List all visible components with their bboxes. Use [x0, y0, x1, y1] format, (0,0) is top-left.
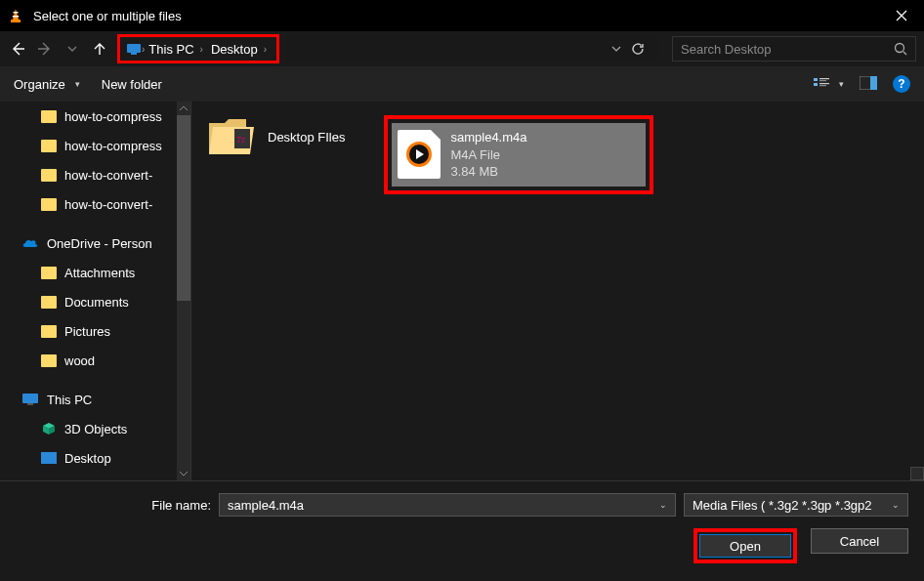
open-button-highlight: Open [693, 528, 797, 563]
refresh-icon[interactable] [631, 42, 645, 56]
file-size: 3.84 MB [450, 163, 526, 181]
svg-rect-14 [870, 76, 877, 90]
organize-button[interactable]: Organize ▾ [14, 77, 80, 92]
folder-name: Desktop FIles [268, 130, 345, 145]
address-highlight: › This PC › Desktop › [117, 34, 279, 63]
sidebar-item-onedrive[interactable]: OneDrive - Person [0, 228, 190, 258]
breadcrumb-root-label: This PC [148, 42, 193, 57]
new-folder-label: New folder [102, 77, 162, 92]
svg-point-6 [896, 44, 904, 53]
svg-rect-1 [14, 12, 19, 14]
list-item-label: Attachments [64, 266, 135, 280]
file-type: M4A File [450, 146, 526, 164]
svg-rect-10 [814, 83, 818, 86]
dialog-footer: File name: sample4.m4a ⌄ Media Files ( *… [0, 480, 924, 581]
nav-up[interactable] [90, 39, 109, 59]
search-placeholder: Search Desktop [681, 42, 894, 57]
close-button[interactable] [879, 0, 924, 31]
sidebar-item-desktop[interactable]: Desktop [0, 443, 190, 473]
folder-icon [41, 169, 57, 182]
folder-icon [41, 325, 57, 338]
media-file-icon [398, 130, 441, 179]
open-button[interactable]: Open [699, 534, 791, 558]
file-type-filter[interactable]: Media Files ( *.3g2 *.3gp *.3gp2 ⌄ [684, 493, 908, 517]
address-bar-remainder[interactable] [287, 36, 658, 62]
sidebar-scrollbar-thumb[interactable] [177, 115, 190, 301]
nav-recent-dropdown[interactable] [63, 39, 82, 59]
search-input[interactable]: Search Desktop [672, 36, 916, 62]
sidebar-item-pictures[interactable]: Pictures [0, 316, 190, 346]
filter-label: Media Files ( *.3g2 *.3gp *.3gp2 [693, 498, 872, 513]
cancel-label: Cancel [840, 534, 879, 549]
new-folder-button[interactable]: New folder [102, 77, 162, 92]
pc-icon [126, 43, 142, 55]
help-label: ? [898, 77, 904, 91]
sidebar-item-this-pc[interactable]: This PC [0, 385, 190, 414]
svg-rect-11 [819, 83, 829, 84]
list-item-label: Documents [64, 295, 129, 310]
folder-icon [41, 267, 57, 279]
nav-forward[interactable] [35, 39, 55, 59]
open-label: Open [730, 539, 761, 554]
arrow-up-icon [92, 41, 107, 57]
chevron-right-icon: › [264, 44, 267, 55]
list-item-label: how-to-convert- [64, 168, 152, 183]
list-item-label: how-to-convert- [64, 197, 152, 212]
list-item-label: how-to-compress [64, 109, 162, 124]
svg-rect-8 [819, 78, 829, 79]
list-item-label: how-to-compress [64, 139, 162, 153]
close-icon [896, 10, 907, 21]
titlebar: Select one or multiple files [0, 0, 924, 31]
svg-rect-9 [819, 80, 826, 81]
chevron-down-icon [67, 44, 77, 54]
view-options-button[interactable]: ▾ [814, 77, 844, 91]
svg-rect-17 [41, 452, 57, 464]
scroll-up-icon[interactable] [177, 102, 190, 115]
window-title: Select one or multiple files [33, 9, 879, 23]
filename-input[interactable]: sample4.m4a ⌄ [219, 493, 676, 517]
cancel-button[interactable]: Cancel [811, 528, 908, 554]
file-item[interactable]: sample4.m4a M4A File 3.84 MB [392, 123, 646, 187]
cube-icon [41, 422, 57, 436]
sidebar-item-attachments[interactable]: Attachments [0, 258, 190, 287]
list-item-label: Desktop [64, 451, 111, 466]
sidebar-item-recent[interactable]: how-to-compress [0, 131, 190, 160]
nav-bar: › This PC › Desktop › Search Desktop [0, 31, 924, 66]
svg-rect-2 [13, 16, 19, 18]
breadcrumb-this-pc[interactable]: This PC › [145, 42, 207, 57]
file-list-area[interactable]: 7z Desktop FIles sample4.m4a M4A File 3.… [191, 102, 924, 480]
svg-rect-12 [819, 85, 826, 86]
preview-pane-button[interactable] [860, 76, 877, 93]
folder-icon [41, 198, 57, 211]
svg-rect-15 [22, 394, 38, 403]
sidebar-item-wood[interactable]: wood [0, 346, 190, 375]
folder-item[interactable]: 7z Desktop FIles [207, 115, 345, 158]
svg-rect-4 [127, 44, 141, 53]
body-area: how-to-compress how-to-compress how-to-c… [0, 102, 924, 480]
file-name: sample4.m4a [450, 129, 526, 146]
svg-rect-7 [814, 78, 818, 81]
sidebar-item-documents[interactable]: Documents [0, 287, 190, 316]
onedrive-icon [21, 237, 39, 249]
arrow-right-icon [37, 41, 53, 57]
nav-back[interactable] [8, 39, 27, 59]
preview-pane-icon [860, 76, 877, 90]
sidebar-item-recent[interactable]: how-to-convert- [0, 189, 190, 219]
view-list-icon [814, 77, 829, 91]
svg-rect-16 [27, 403, 33, 405]
sidebar-item-3d-objects[interactable]: 3D Objects [0, 414, 190, 443]
folder-large-icon: 7z [207, 115, 256, 158]
file-meta: sample4.m4a M4A File 3.84 MB [450, 129, 526, 181]
chevron-down-icon [611, 44, 621, 54]
folder-icon [41, 296, 57, 309]
sidebar-item-recent[interactable]: how-to-convert- [0, 160, 190, 189]
organize-label: Organize [14, 77, 65, 92]
breadcrumb-desktop[interactable]: Desktop › [207, 42, 271, 57]
help-button[interactable]: ? [893, 75, 910, 93]
desktop-icon [41, 452, 57, 464]
toolbar: Organize ▾ New folder ▾ ? [0, 66, 924, 102]
scroll-down-icon[interactable] [177, 467, 190, 480]
sidebar-item-recent[interactable]: how-to-compress [0, 102, 190, 131]
list-item-label: This PC [47, 393, 92, 407]
filename-label: File name: [16, 498, 211, 513]
